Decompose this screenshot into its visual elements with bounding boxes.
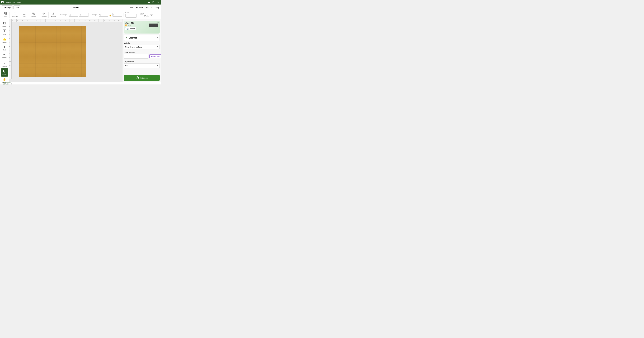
size-fields: Size (in) 🔒 (91, 13, 124, 17)
reflect-icon (52, 12, 55, 16)
svg-rect-6 (24, 14, 25, 14)
zoom-value: 147% (144, 15, 149, 17)
device-preview (149, 22, 158, 28)
align-tool[interactable]: Align (22, 12, 27, 18)
canvas-area[interactable]: -5 -4 -3 -2 -1 0 1 2 3 4 5 6 7 8 9 10 11… (9, 19, 122, 82)
extract-label: Extract (2, 65, 6, 67)
ruler-left-mark: 10 (9, 61, 12, 65)
h-field-group (112, 13, 122, 17)
ruler-mark: 15 (108, 19, 113, 22)
combine-label: Combine (41, 16, 46, 18)
sidebar-item-text[interactable]: T Text (1, 45, 8, 52)
auto-measure-button[interactable]: Auto-measure (149, 55, 161, 58)
add-canvas-button[interactable]: + (12, 83, 14, 85)
text-label: Text (3, 49, 6, 51)
position-label: Position (in) (60, 14, 68, 16)
shape-icon: ⭐ (3, 38, 6, 41)
thickness-row: Auto-measure (124, 54, 160, 59)
svg-rect-2 (4, 14, 5, 15)
zoom-plus-button[interactable]: + (150, 14, 153, 17)
projects-link[interactable]: Projects (136, 6, 143, 9)
array-label: Array (4, 16, 7, 18)
reflect-group: Reflect (49, 12, 58, 18)
spacer (124, 70, 160, 74)
height-raised-select[interactable]: No Yes (124, 63, 160, 68)
ruler-mark: 12 (94, 19, 98, 22)
array-group: Array (2, 12, 10, 18)
array-tool[interactable]: Array (2, 12, 8, 18)
sidebar-item-shape[interactable]: ⭐ Shape (1, 37, 8, 44)
align-icon (23, 12, 26, 16)
combine-group: Combine (39, 12, 48, 18)
rotate-input[interactable] (126, 14, 137, 18)
thickness-input[interactable] (124, 54, 148, 59)
sidebar-item-vector[interactable]: ✒ Vector (1, 52, 8, 60)
process-button[interactable]: Process (124, 75, 160, 81)
combine-tool[interactable]: Combine (40, 12, 48, 18)
laser-label: Laser flat (125, 36, 137, 39)
ruler-left-mark: 5 (9, 41, 12, 45)
align-group: Align (20, 12, 28, 18)
ruler-top: -5 -4 -3 -2 -1 0 1 2 3 4 5 6 7 8 9 10 11… (12, 19, 122, 22)
toolbar: Array Smart fill Align Arrange (0, 10, 161, 19)
ruler-mark: -5 (12, 19, 16, 22)
ruler-mark: -3 (21, 19, 26, 22)
sidebar-item-insert[interactable]: Insert (1, 28, 8, 36)
canvas1-tab[interactable]: Canvas1 (2, 83, 11, 84)
w-input[interactable] (99, 13, 108, 17)
reflect-tool[interactable]: Reflect (50, 12, 57, 18)
ruler-mark: 13 (98, 19, 103, 22)
ruler-left-mark: 6 (9, 45, 12, 49)
thickness-section: Thickness (in) Auto-measure (124, 51, 160, 59)
y-input[interactable] (79, 13, 89, 17)
info-link[interactable]: Info (130, 6, 134, 9)
hand-icon: ✋ (3, 78, 6, 81)
file-button[interactable]: File (13, 6, 20, 9)
title-bar-left: xTool Creative Space (1, 1, 21, 4)
svg-rect-7 (23, 15, 26, 15)
support-link[interactable]: Support (146, 6, 152, 9)
position-fields: Position (in) (58, 13, 90, 17)
vector-label: Vector (2, 57, 6, 59)
settings-button[interactable]: Settings (2, 6, 13, 9)
h-input[interactable] (112, 13, 122, 17)
title-bar: xTool Creative Space — ❐ ✕ (0, 0, 161, 5)
height-raised-section: Height raised No Yes (124, 61, 160, 68)
ruler-mark: -4 (16, 19, 21, 22)
size-label: Size (in) (92, 14, 98, 16)
laser-icon (125, 36, 128, 39)
zoom-minus-button[interactable]: - (140, 14, 143, 17)
sidebar-item-image[interactable]: 🖼 Image (1, 21, 8, 28)
x-input[interactable] (69, 13, 78, 17)
material-select[interactable]: User-defined material Wood Acrylic Leath… (124, 45, 160, 49)
minimize-button[interactable]: — (147, 1, 150, 4)
w-field-group (99, 13, 108, 17)
wifi-icon: 📶 (125, 25, 127, 26)
lock-icon: 🔒 (109, 14, 112, 17)
ruler-mark: 8 (74, 19, 79, 22)
ruler-left-mark: 1 (9, 26, 12, 30)
sidebar-item-select[interactable]: Select (1, 68, 8, 77)
laser-section[interactable]: Laser flat ▼ (124, 35, 160, 41)
ruler-mark: 5 (60, 19, 65, 22)
ruler-mark: 3 (50, 19, 55, 22)
wood-canvas[interactable] (19, 26, 86, 77)
align-label: Align (23, 16, 26, 18)
sidebar-item-extract[interactable]: Extract (1, 60, 8, 68)
menu-bar-left: Settings File (2, 6, 21, 9)
zoom-controls: - 147% + (140, 14, 153, 17)
ruler-left-mark: 4 (9, 37, 12, 41)
smart-fill-tool[interactable]: Smart fill (11, 12, 19, 18)
title-bar-controls[interactable]: — ❐ ✕ (147, 1, 160, 4)
ruler-left: -1 1 2 3 4 5 6 7 8 9 10 11 (9, 19, 12, 79)
smart-fill-icon (13, 12, 16, 16)
arrange-tool[interactable]: Arrange (30, 12, 37, 18)
svg-rect-9 (33, 14, 34, 15)
smart-fill-group: Smart fill (10, 12, 20, 18)
close-button[interactable]: ✕ (156, 1, 160, 4)
bottom-bar: Canvas1 + (0, 82, 161, 84)
shop-link[interactable]: Shop (155, 6, 159, 9)
maximize-button[interactable]: ❐ (152, 1, 155, 4)
text-icon: T (4, 46, 5, 49)
refresh-button[interactable]: 🔄 Refresh (125, 27, 136, 30)
